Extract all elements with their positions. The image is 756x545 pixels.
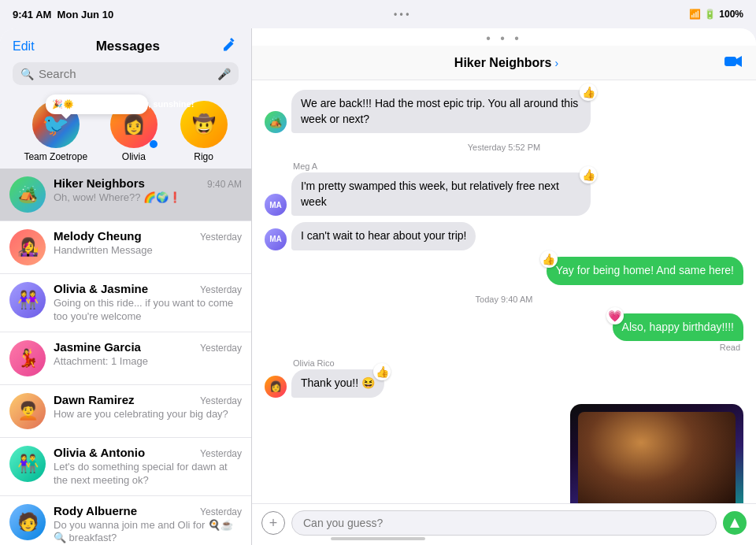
dots-indicator: • • • xyxy=(252,28,756,46)
message-row: 🏕️ We are back!!! Had the most epic trip… xyxy=(265,90,743,133)
conv-preview-olivia-j: Going on this ride... if you want to com… xyxy=(54,297,242,324)
message-bubble: I'm pretty swamped this week, but relati… xyxy=(291,172,591,216)
chat-input-area: + xyxy=(252,503,756,545)
chat-chevron-icon: › xyxy=(554,57,558,69)
status-dots: • • • xyxy=(394,9,409,20)
chat-title: Hiker Neighbors xyxy=(454,56,552,70)
conv-time-jasmine: Yesterday xyxy=(200,343,242,354)
send-button[interactable] xyxy=(723,511,747,535)
image-message xyxy=(570,404,743,503)
conv-content-olivia-a: Olivia & Antonio Yesterday Let's do some… xyxy=(54,446,242,488)
conv-time-hiker: 9:40 AM xyxy=(207,179,242,190)
conversation-item-dawn[interactable]: 🧑‍🦱 Dawn Ramirez Yesterday How are you c… xyxy=(0,385,251,438)
conv-preview-rody: Do you wanna join me and Oli for 🍳☕🔍 bre… xyxy=(54,519,242,545)
search-bar[interactable]: 🔍 🎤 xyxy=(13,62,239,85)
timestamp: Yesterday 5:52 PM xyxy=(265,143,743,152)
conv-content-jasmine: Jasmine Garcia Yesterday Attachment: 1 I… xyxy=(54,340,242,369)
conversation-item-olivia-a[interactable]: 👫 Olivia & Antonio Yesterday Let's do so… xyxy=(0,438,251,496)
conv-name-melody: Melody Cheung xyxy=(54,229,142,243)
conv-content-olivia-j: Olivia & Jasmine Yesterday Going on this… xyxy=(54,282,242,324)
conv-name-hiker: Hiker Neighbors xyxy=(54,176,145,190)
pinned-contact-rigo[interactable]: 🤠 Rigo xyxy=(180,101,228,162)
message-sender: Olivia Rico xyxy=(293,358,335,368)
reaction-icon: 💗 xyxy=(606,307,624,324)
conv-avatar-hiker: 🏕️ xyxy=(9,176,46,213)
conv-content-dawn: Dawn Ramirez Yesterday How are you celeb… xyxy=(54,393,242,421)
conv-name-olivia-j: Olivia & Jasmine xyxy=(54,282,148,295)
conv-avatar-olivia-a: 👫 xyxy=(9,446,46,482)
conv-name-olivia-a: Olivia & Antonio xyxy=(54,446,145,459)
message-bubble: I can't wait to hear about your trip! xyxy=(291,222,476,250)
message-row: MA I can't wait to hear about your trip! xyxy=(265,222,743,250)
pinned-contact-team-zoetrope[interactable]: 🐦 6 🎉🌞 What a lovely day, sunshine! Team… xyxy=(24,101,87,162)
pinned-name-zoetrope: Team Zoetrope xyxy=(24,151,87,162)
conversation-list: 🏕️ Hiker Neighbors 9:40 AM Oh, wow! Wher… xyxy=(0,169,251,545)
msg-avatar-mga2: MA xyxy=(265,228,287,250)
video-call-button[interactable] xyxy=(724,54,743,72)
conv-name-dawn: Dawn Ramirez xyxy=(54,393,135,406)
compose-button[interactable] xyxy=(221,36,239,56)
battery-icon: 🔋 xyxy=(704,9,716,20)
msg-avatar-olivia: 👩 xyxy=(265,376,287,398)
message-row: Olivia Rico 👩 Thank you!! 😆 👍 xyxy=(265,358,743,398)
timestamp: Today 9:40 AM xyxy=(265,295,743,304)
message-sender: Meg A xyxy=(293,161,317,171)
status-time: 9:41 AM Mon Jun 10 xyxy=(13,9,113,20)
svg-rect-0 xyxy=(724,57,736,66)
conversation-item-hiker[interactable]: 🏕️ Hiker Neighbors 9:40 AM Oh, wow! Wher… xyxy=(0,169,251,221)
chat-header: Hiker Neighbors › xyxy=(252,46,756,80)
conv-content-melody: Melody Cheung Yesterday Handwritten Mess… xyxy=(54,229,242,258)
status-right: 📶 🔋 100% xyxy=(689,9,743,20)
conv-name-jasmine: Jasmine Garcia xyxy=(54,340,141,354)
message-row: Meg A MA I'm pretty swamped this week, b… xyxy=(265,161,743,216)
conv-time-olivia-j: Yesterday xyxy=(200,284,242,295)
reaction-icon: 👍 xyxy=(580,166,597,184)
chat-panel: • • • Hiker Neighbors › 🏕️ We are xyxy=(252,28,756,545)
msg-avatar-group: 🏕️ xyxy=(265,111,287,133)
wifi-icon: 📶 xyxy=(689,9,701,20)
conv-avatar-rody: 🧑 xyxy=(9,504,46,540)
conv-time-dawn: Yesterday xyxy=(200,395,242,406)
microphone-icon: 🎤 xyxy=(217,68,231,80)
add-attachment-button[interactable]: + xyxy=(261,511,285,535)
search-input[interactable] xyxy=(39,67,213,80)
reaction-icon: 👍 xyxy=(373,363,391,380)
conv-time-rody: Yesterday xyxy=(200,506,242,517)
conversation-item-rody[interactable]: 🧑 Rody Albuerne Yesterday Do you wanna j… xyxy=(0,496,251,545)
message-row-image xyxy=(265,404,743,503)
sidebar: Edit Messages 🔍 🎤 🐦 6 xyxy=(0,28,252,545)
status-bar: 9:41 AM Mon Jun 10 • • • 📶 🔋 100% xyxy=(0,0,756,28)
message-bubble: We are back!!! Had the most epic trip. Y… xyxy=(291,90,591,133)
chat-title-area[interactable]: Hiker Neighbors › xyxy=(454,56,558,70)
message-bubble: Thank you!! 😆 xyxy=(291,369,384,398)
reaction-icon: 👍 xyxy=(580,83,597,101)
conversation-item-olivia-j[interactable]: 👭 Olivia & Jasmine Yesterday Going on th… xyxy=(0,274,251,332)
conv-avatar-melody: 👩‍🎤 xyxy=(9,229,46,265)
blue-dot-olivia xyxy=(150,140,158,148)
pinned-name-rigo: Rigo xyxy=(194,151,213,162)
conv-preview-dawn: How are you celebrating your big day? xyxy=(54,408,242,421)
edit-button[interactable]: Edit xyxy=(13,39,35,54)
conversation-item-jasmine[interactable]: 💃 Jasmine Garcia Yesterday Attachment: 1… xyxy=(0,332,251,385)
conv-preview-jasmine: Attachment: 1 Image xyxy=(54,355,242,369)
message-row: Also, happy birthday!!!! 💗 Read xyxy=(265,313,743,353)
home-indicator xyxy=(331,537,425,540)
speech-bubble: 🎉🌞 What a lovely day, sunshine! xyxy=(46,95,148,114)
reaction-icon: 👍 xyxy=(540,250,558,268)
conv-preview-melody: Handwritten Message xyxy=(54,244,242,258)
conv-name-rody: Rody Albuerne xyxy=(54,504,137,517)
conv-time-olivia-a: Yesterday xyxy=(200,448,242,459)
conv-avatar-olivia-j: 👭 xyxy=(9,282,46,318)
chat-input[interactable] xyxy=(291,510,717,536)
sidebar-title-row: Edit Messages xyxy=(13,36,239,56)
conv-content-rody: Rody Albuerne Yesterday Do you wanna joi… xyxy=(54,504,242,545)
sidebar-title: Messages xyxy=(96,39,160,54)
msg-avatar-mga: MA xyxy=(265,194,287,216)
conv-time-melody: Yesterday xyxy=(200,232,242,243)
message-bubble: Yay for being home! And same here! xyxy=(547,257,743,285)
app-container: Edit Messages 🔍 🎤 🐦 6 xyxy=(0,28,756,545)
conv-avatar-jasmine: 💃 xyxy=(9,340,46,376)
conversation-item-melody[interactable]: 👩‍🎤 Melody Cheung Yesterday Handwritten … xyxy=(0,221,251,274)
search-icon: 🔍 xyxy=(20,68,34,80)
conv-preview-olivia-a: Let's do something special for dawn at t… xyxy=(54,461,242,488)
